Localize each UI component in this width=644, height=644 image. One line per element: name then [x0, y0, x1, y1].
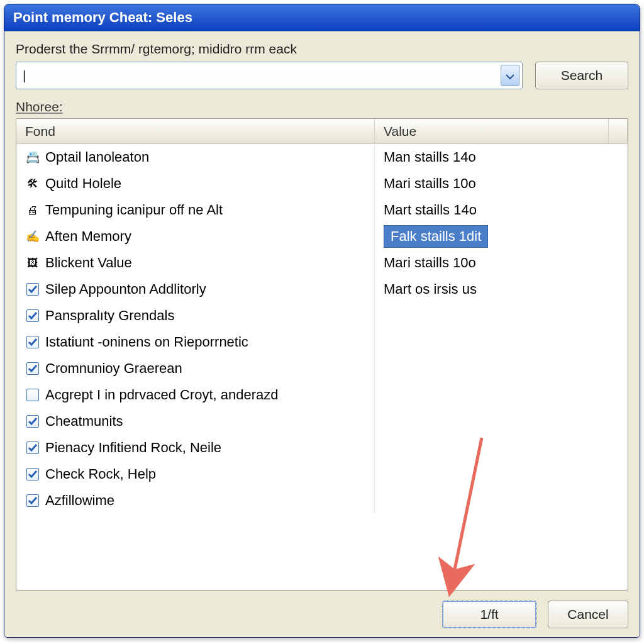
picture-icon: 🖼 — [26, 256, 40, 270]
hand-icon: ✍ — [25, 229, 40, 244]
checkbox-checked-icon[interactable] — [26, 362, 39, 375]
search-input[interactable] — [26, 68, 501, 83]
checkbox-checked-icon[interactable] — [26, 494, 39, 507]
cell-fond: Check Rock, Help — [16, 461, 375, 487]
cancel-button-label: Cancel — [567, 607, 608, 622]
list-row[interactable]: Azfillowime — [16, 487, 628, 514]
cell-value — [375, 435, 628, 461]
dialog-footer: 1/ft Cancel — [16, 591, 628, 628]
row-label: Quitd Holele — [45, 175, 121, 192]
row-checkbox[interactable] — [25, 335, 40, 350]
cell-fond: 📇Optail lanoleaton — [16, 144, 375, 170]
tool-icon: 🛠 — [26, 177, 40, 191]
cell-value: Mart staills 14o — [375, 197, 628, 223]
cell-fond: Pienacy Infitiend Rock, Neile — [16, 435, 375, 461]
column-header-fond-label: Fond — [25, 124, 55, 139]
row-label: Cromnunioy Graerean — [45, 360, 182, 377]
list-row[interactable]: Cheatmunits — [16, 408, 628, 435]
list-row[interactable]: ✍Aften MemoryFalk staills 1dit — [16, 223, 628, 250]
list-header: Fond Value — [16, 119, 628, 144]
results-label: Nhoree: — [16, 99, 628, 114]
cell-fond: Istatiunt -oninens on Rieporrnetic — [16, 329, 375, 355]
row-checkbox[interactable] — [25, 414, 40, 429]
cell-fond: ✍Aften Memory — [16, 223, 375, 250]
row-checkbox[interactable] — [25, 308, 40, 323]
client-area: Proderst the Srrmm/ rgtemorg; mididro rr… — [4, 31, 640, 637]
row-checkbox[interactable] — [25, 361, 40, 376]
cell-fond: Azfillowime — [16, 487, 375, 514]
checkbox-checked-icon[interactable] — [26, 336, 39, 348]
checkbox-checked-icon[interactable] — [26, 415, 39, 428]
list-row[interactable]: Panspralıty Grendals — [16, 303, 628, 329]
titlebar[interactable]: Point memory Cheat: Seles — [4, 4, 640, 31]
cell-fond: Acgrept I in pdrvaced Croyt, anderazd — [16, 382, 375, 408]
cell-value — [375, 461, 628, 487]
checkbox-unchecked-icon[interactable] — [26, 389, 39, 401]
checkbox-checked-icon[interactable] — [26, 309, 39, 322]
column-header-value-label: Value — [384, 124, 416, 139]
column-header-fond[interactable]: Fond — [16, 119, 375, 143]
row-value: Falk staills 1dit — [384, 225, 488, 248]
row-label: Acgrept I in pdrvaced Croyt, anderazd — [45, 387, 279, 403]
chevron-down-icon — [506, 68, 514, 83]
ok-button-label: 1/ft — [480, 607, 498, 622]
row-label: Azfillowime — [45, 492, 114, 509]
printer-icon: 🖨 — [26, 203, 40, 217]
row-label: Optail lanoleaton — [45, 149, 149, 165]
cell-value — [375, 382, 628, 408]
list-row[interactable]: 📇Optail lanoleatonMan staills 14o — [16, 144, 628, 170]
row-checkbox[interactable] — [25, 493, 40, 508]
row-label: Pienacy Infitiend Rock, Neile — [45, 440, 221, 456]
list-row[interactable]: 🖨Tempuning icanipur off ne AltMart stail… — [16, 197, 628, 223]
list-row[interactable]: Acgrept I in pdrvaced Croyt, anderazd — [16, 382, 628, 408]
list-row[interactable]: 🛠Quitd HoleleMari staills 10o — [16, 170, 628, 197]
cell-value — [375, 329, 628, 355]
app-blue-icon: 📇 — [25, 150, 40, 165]
row-label: Cheatmunits — [45, 413, 123, 430]
cell-value — [375, 355, 628, 382]
cell-fond: Cheatmunits — [16, 408, 375, 435]
list-row[interactable]: Pienacy Infitiend Rock, Neile — [16, 435, 628, 461]
row-label: Silep Appounton Addlitorly — [45, 281, 206, 297]
cell-value: Man staills 14o — [375, 144, 628, 170]
cell-value: Falk staills 1dit — [375, 223, 628, 250]
list-row[interactable]: Cromnunioy Graerean — [16, 355, 628, 382]
dialog-window: Point memory Cheat: Seles Proderst the S… — [4, 4, 640, 638]
cell-value — [375, 487, 628, 514]
row-checkbox[interactable] — [25, 467, 40, 482]
dropdown-button[interactable] — [501, 65, 519, 86]
results-list: Fond Value 📇Optail lanoleatonMan staills… — [16, 118, 628, 591]
cell-fond: 🖨Tempuning icanipur off ne Alt — [16, 197, 375, 223]
prompt-label: Proderst the Srrmm/ rgtemorg; mididro rr… — [16, 42, 628, 57]
picture-icon: 🖼 — [25, 255, 40, 270]
row-checkbox[interactable] — [25, 387, 40, 402]
search-button[interactable]: Search — [535, 62, 628, 89]
list-row[interactable]: Silep Appounton AddlitorlyMart os irsis … — [16, 276, 628, 303]
cell-fond: Panspralıty Grendals — [16, 303, 375, 329]
hand-icon: ✍ — [26, 230, 40, 243]
cell-fond: Silep Appounton Addlitorly — [16, 276, 375, 303]
list-row[interactable]: 🖼Blickent ValueMari staills 10o — [16, 250, 628, 276]
cell-value — [375, 408, 628, 435]
column-header-value[interactable]: Value — [375, 119, 609, 143]
search-combo[interactable]: | — [16, 62, 523, 89]
list-body[interactable]: 📇Optail lanoleatonMan staills 14o🛠Quitd … — [16, 144, 628, 590]
search-button-label: Search — [561, 68, 603, 83]
checkbox-checked-icon[interactable] — [26, 441, 39, 454]
cell-value: Mart os irsis us — [375, 276, 628, 303]
row-label: Aften Memory — [45, 228, 131, 245]
checkbox-checked-icon[interactable] — [26, 468, 39, 480]
ok-button[interactable]: 1/ft — [442, 601, 536, 628]
row-checkbox[interactable] — [25, 282, 40, 297]
cancel-button[interactable]: Cancel — [548, 601, 628, 628]
row-value: Mari staills 10o — [384, 175, 476, 192]
list-row[interactable]: Check Rock, Help — [16, 461, 628, 487]
cell-value: Mari staills 10o — [375, 250, 628, 276]
checkbox-checked-icon[interactable] — [26, 283, 39, 296]
cell-value: Mari staills 10o — [375, 170, 628, 197]
row-checkbox[interactable] — [25, 440, 40, 455]
cell-fond: Cromnunioy Graerean — [16, 355, 375, 382]
row-label: Panspralıty Grendals — [45, 308, 174, 324]
list-row[interactable]: Istatiunt -oninens on Rieporrnetic — [16, 329, 628, 355]
row-label: Istatiunt -oninens on Rieporrnetic — [45, 334, 248, 350]
